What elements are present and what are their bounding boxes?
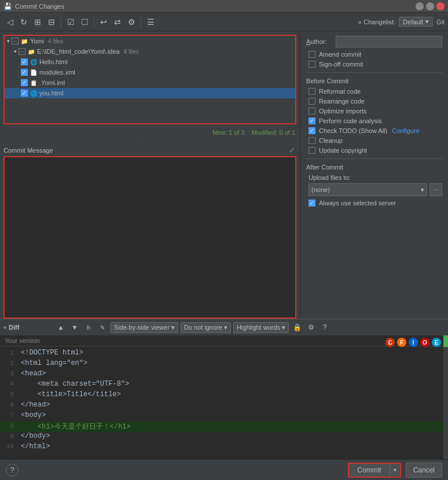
signoff-commit-checkbox[interactable] — [309, 61, 315, 68]
update-copyright-row[interactable]: Update copyright — [306, 147, 442, 154]
html-icon: 🌐 — [30, 89, 38, 97]
check-todo-checkbox[interactable]: ✓ — [309, 127, 315, 134]
diff-up-button[interactable]: ▲ — [55, 322, 67, 333]
upload-label: Upload files to: — [306, 174, 442, 181]
code-line: 3<head> — [0, 370, 448, 380]
menu-button[interactable]: ☰ — [144, 16, 157, 28]
diff-copy-button[interactable]: ⎘ — [83, 322, 94, 333]
minimize-button[interactable] — [416, 2, 424, 10]
tree-item-checkbox[interactable]: – — [12, 38, 19, 45]
help-button[interactable]: ? — [6, 464, 19, 477]
before-commit-title: Before Commit — [306, 77, 442, 84]
uncheck-all-button[interactable]: ☐ — [78, 16, 91, 28]
line-content: </body> — [19, 432, 448, 440]
refresh-button[interactable]: ↻ — [17, 16, 30, 28]
window-icon: 💾 — [3, 2, 12, 10]
commit-dropdown-arrow[interactable]: ▾ — [390, 464, 400, 477]
perform-analysis-checkbox[interactable]: ✓ — [309, 117, 315, 124]
back-button[interactable]: ◁ — [3, 16, 16, 28]
author-input[interactable] — [336, 36, 442, 47]
cleanup-row[interactable]: Cleanup — [306, 137, 442, 144]
undo-button[interactable]: ↩ — [97, 16, 110, 28]
lock-button[interactable]: 🔒 — [291, 322, 303, 333]
code-line: 8 <h1>今天是个好日子！</h1> — [0, 422, 448, 432]
gear-button[interactable]: ⚙ — [305, 322, 317, 333]
drag-handle: · · · · · — [0, 137, 300, 146]
commit-message-textarea[interactable] — [3, 156, 296, 319]
amend-commit-row[interactable]: Amend commit — [306, 51, 442, 58]
close-button[interactable] — [436, 2, 445, 10]
commit-button[interactable]: Commit — [349, 464, 389, 477]
code-content: 1<!DOCTYPE html>2<html lang="en">3<head>… — [0, 346, 448, 459]
optimize-imports-row[interactable]: Optimize imports — [306, 108, 442, 115]
reformat-code-checkbox[interactable] — [309, 88, 315, 95]
update-copyright-label: Update copyright — [319, 147, 367, 154]
tree-item[interactable]: ✓📋.Yomi.iml — [5, 77, 295, 88]
your-version-label: Your version — [0, 335, 448, 346]
ignore-dropdown[interactable]: Do not ignore ▾ — [181, 322, 231, 333]
tree-expand-arrow: ▾ — [14, 49, 17, 54]
tree-item-checkbox[interactable]: ✓ — [21, 90, 28, 97]
diff-edit-button[interactable]: ✎ — [97, 322, 108, 333]
diff-header: ▾ Diff · · · · · ▲ ▼ ⎘ ✎ Side-by-side vi… — [0, 319, 448, 335]
cleanup-checkbox[interactable] — [309, 137, 315, 144]
line-content: <meta charset="UTF-8"> — [19, 380, 448, 388]
collapse-all-button[interactable]: ⊟ — [45, 16, 58, 28]
iml-icon: 📋 — [30, 79, 38, 87]
diff-title: Diff — [9, 324, 19, 331]
tree-item-extra: 4 files — [124, 49, 139, 55]
perform-analysis-row[interactable]: ✓ Perform code analysis — [306, 117, 442, 124]
cancel-button[interactable]: Cancel — [406, 463, 442, 478]
changelist-dropdown[interactable]: Default ▾ — [399, 17, 433, 27]
always-use-label: Always use selected server — [319, 200, 396, 206]
tree-item-name: you.html — [39, 90, 64, 97]
viewer-dropdown[interactable]: Side-by-side viewer ▾ — [111, 322, 178, 333]
tree-item-checkbox[interactable]: – — [19, 48, 25, 55]
tree-item-checkbox[interactable]: ✓ — [21, 58, 28, 65]
rearrange-code-checkbox[interactable] — [309, 98, 315, 105]
title-bar: 💾 Commit Changes — [0, 0, 448, 13]
check-todo-row[interactable]: ✓ Check TODO (Show All) Configure — [306, 127, 442, 134]
upload-ellipsis-button[interactable]: ··· — [429, 183, 442, 196]
line-content: </head> — [19, 401, 448, 409]
tree-item[interactable]: ▾–📁E:\IDE_html_code\Yomi\.idea4 files — [5, 46, 295, 57]
line-content: <head> — [19, 370, 448, 378]
reformat-code-label: Reformat code — [319, 88, 361, 95]
tree-item[interactable]: ✓📄modules.xml — [5, 67, 295, 77]
amend-commit-checkbox[interactable] — [309, 51, 315, 58]
tree-item-checkbox[interactable]: ✓ — [21, 79, 28, 86]
always-use-row[interactable]: ✓ Always use selected server — [306, 200, 442, 206]
help-diff-button[interactable]: ? — [319, 322, 331, 333]
browser-icons: C F I O E — [385, 338, 441, 347]
always-use-checkbox[interactable]: ✓ — [309, 200, 315, 206]
settings-button[interactable]: ⚙ — [125, 16, 138, 28]
check-all-button[interactable]: ☑ — [64, 16, 77, 28]
update-copyright-checkbox[interactable] — [309, 147, 315, 154]
tree-item[interactable]: ✓🌐you.html — [5, 88, 295, 98]
maximize-button[interactable] — [426, 2, 434, 10]
diff-down-button[interactable]: ▼ — [69, 322, 80, 333]
code-scrollbar[interactable] — [443, 335, 448, 459]
signoff-commit-row[interactable]: Sign-off commit — [306, 61, 442, 68]
tree-item[interactable]: ✓🌐Hello.html — [5, 57, 295, 67]
line-content: <body> — [19, 411, 448, 419]
diff-collapse-arrow[interactable]: ▾ — [3, 324, 6, 331]
section-divider-2 — [306, 158, 442, 159]
toolbar-right: » Changelist: Default ▾ Git — [358, 17, 445, 27]
commit-message-expand-btn[interactable]: ⤢ — [287, 146, 296, 155]
reformat-code-row[interactable]: Reformat code — [306, 88, 442, 95]
expand-all-button[interactable]: ⊞ — [31, 16, 44, 28]
code-line: 7<body> — [0, 411, 448, 422]
highlight-dropdown[interactable]: Highlight words ▾ — [233, 322, 289, 333]
tree-item[interactable]: ▾–📁Yomi4 files — [5, 36, 295, 46]
optimize-imports-checkbox[interactable] — [309, 108, 315, 115]
signoff-commit-label: Sign-off commit — [319, 61, 363, 68]
upload-dropdown[interactable]: (none) ▾ — [309, 183, 427, 196]
configure-link[interactable]: Configure — [392, 127, 420, 134]
rearrange-code-row[interactable]: Rearrange code — [306, 98, 442, 105]
html-icon: 🌐 — [30, 58, 38, 66]
line-content: </html> — [19, 442, 448, 451]
window-controls — [416, 2, 445, 10]
diff-button[interactable]: ⇄ — [111, 16, 124, 28]
tree-item-checkbox[interactable]: ✓ — [21, 69, 28, 76]
